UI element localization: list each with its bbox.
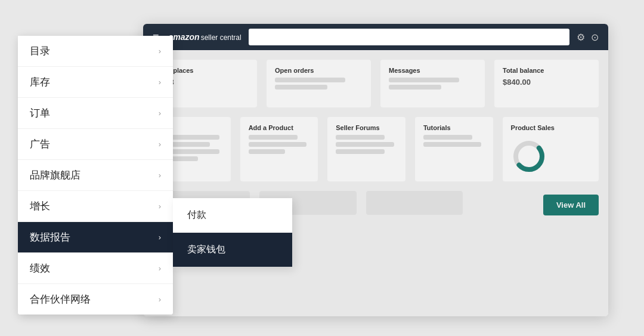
- card-total-balance-value: $840.00: [503, 78, 590, 87]
- card-open-orders-line2: [275, 85, 327, 90]
- menu-item-orders-label: 订单: [30, 106, 50, 120]
- card-marketplaces-value: 823: [161, 78, 249, 87]
- menu-item-inventory[interactable]: 库存 ›: [18, 67, 173, 98]
- search-bar[interactable]: [249, 29, 569, 45]
- menu-item-performance[interactable]: 绩效 ›: [18, 253, 173, 284]
- menu-item-partners[interactable]: 合作伙伴网络 ›: [18, 284, 173, 315]
- card-tutorials-line1: [423, 135, 472, 140]
- dashboard-content: rketplaces 823 Open orders Messages Tota…: [143, 50, 608, 316]
- seller-central-text: seller central: [201, 33, 242, 42]
- card-open-orders-title: Open orders: [275, 67, 363, 74]
- user-icon[interactable]: ⊙: [591, 32, 599, 43]
- dashboard-row-2: ws Add a Product Seller Forums: [153, 117, 599, 181]
- card-open-orders-line1: [275, 78, 345, 82]
- amazon-logo: amazon seller central: [169, 32, 242, 42]
- submenu-item-wallet[interactable]: 卖家钱包: [173, 233, 292, 267]
- browser-topbar: ≡ amazon seller central ⚙ ⊙: [143, 24, 608, 50]
- card-marketplaces-title: rketplaces: [161, 67, 249, 74]
- chevron-icon-catalog: ›: [159, 47, 161, 56]
- submenu-item-wallet-label: 卖家钱包: [187, 244, 225, 254]
- card-add-product-title: Add a Product: [249, 124, 310, 131]
- menu-item-growth-label: 增长: [30, 199, 50, 213]
- menu-item-brand[interactable]: 品牌旗舰店 ›: [18, 160, 173, 191]
- card-seller-forums-line1: [336, 135, 385, 140]
- card-open-orders: Open orders: [267, 60, 371, 107]
- card-add-product-line3: [249, 149, 286, 154]
- menu-item-catalog-label: 目录: [30, 44, 50, 58]
- card-add-product-line2: [249, 142, 307, 147]
- card-add-product: Add a Product: [240, 117, 318, 181]
- bottom-card-3: [366, 191, 463, 215]
- menu-item-reports[interactable]: 数据报告 ›: [18, 222, 173, 253]
- dropdown-overlay: 目录 › 库存 › 订单 › 广告 › 品牌旗舰店 ›: [18, 0, 173, 336]
- chevron-icon-growth: ›: [159, 202, 161, 211]
- view-all-button[interactable]: View All: [543, 195, 599, 215]
- card-messages-line1: [389, 78, 459, 82]
- submenu-reports: 付款 卖家钱包: [173, 198, 292, 267]
- card-tutorials-line2: [423, 142, 482, 147]
- chevron-icon-inventory: ›: [159, 78, 161, 87]
- menu-item-partners-label: 合作伙伴网络: [30, 292, 91, 306]
- menu-item-performance-label: 绩效: [30, 261, 50, 275]
- card-seller-forums: Seller Forums: [327, 117, 405, 181]
- chevron-icon-brand: ›: [159, 171, 161, 180]
- amazon-brand-text: amazon: [169, 32, 200, 42]
- chevron-icon-performance: ›: [159, 264, 161, 273]
- menu-item-brand-label: 品牌旗舰店: [30, 168, 80, 182]
- card-total-balance-title: Total balance: [503, 67, 590, 74]
- dashboard-row-1: rketplaces 823 Open orders Messages Tota…: [153, 60, 599, 107]
- donut-wrapper: [511, 138, 553, 174]
- menu-item-catalog[interactable]: 目录 ›: [18, 36, 173, 67]
- donut-chart: [511, 138, 547, 174]
- chevron-icon-orders: ›: [159, 109, 161, 118]
- menu-item-ads[interactable]: 广告 ›: [18, 129, 173, 160]
- search-input[interactable]: [253, 33, 565, 41]
- chevron-icon-ads: ›: [159, 140, 161, 149]
- chevron-icon-reports: ›: [159, 233, 161, 242]
- menu-item-ads-label: 广告: [30, 137, 50, 151]
- card-add-product-line1: [249, 135, 298, 140]
- card-messages: Messages: [380, 60, 485, 107]
- card-tutorials: Tutorials: [415, 117, 493, 181]
- main-menu: 目录 › 库存 › 订单 › 广告 › 品牌旗舰店 ›: [18, 36, 173, 315]
- submenu-item-payment-label: 付款: [187, 209, 206, 220]
- card-product-sales: Product Sales: [503, 117, 599, 181]
- browser-window: ≡ amazon seller central ⚙ ⊙ rketplaces 8…: [143, 24, 608, 316]
- menu-item-reports-label: 数据报告: [30, 230, 70, 244]
- menu-item-inventory-label: 库存: [30, 75, 50, 89]
- view-all-container: View All: [472, 191, 599, 215]
- card-tutorials-title: Tutorials: [423, 124, 485, 131]
- card-product-sales-title: Product Sales: [511, 124, 555, 131]
- card-messages-line2: [389, 85, 441, 90]
- card-seller-forums-title: Seller Forums: [336, 124, 397, 131]
- card-seller-forums-line3: [336, 149, 385, 154]
- menu-item-growth[interactable]: 增长 ›: [18, 191, 173, 222]
- card-messages-title: Messages: [389, 67, 476, 74]
- card-seller-forums-line2: [336, 142, 394, 147]
- gear-icon[interactable]: ⚙: [577, 32, 585, 43]
- topbar-icons: ⚙ ⊙: [577, 32, 599, 43]
- menu-item-orders[interactable]: 订单 ›: [18, 98, 173, 129]
- screenshot-container: ≡ amazon seller central ⚙ ⊙ rketplaces 8…: [0, 0, 644, 336]
- submenu-item-payment[interactable]: 付款: [173, 198, 292, 233]
- chevron-icon-partners: ›: [159, 295, 161, 304]
- card-total-balance: Total balance $840.00: [494, 60, 599, 107]
